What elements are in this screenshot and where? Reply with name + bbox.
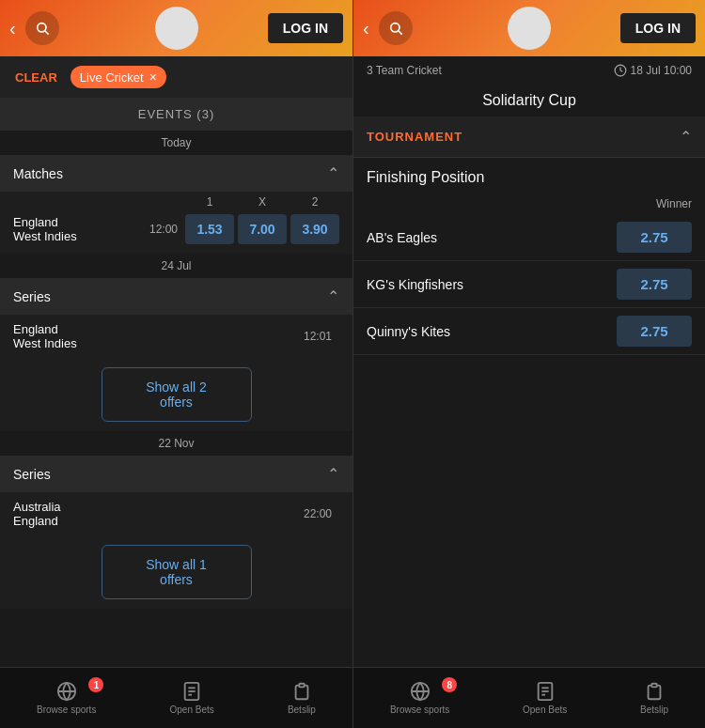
series-section-header-22nov[interactable]: Series ⌃ xyxy=(0,456,352,492)
right-browse-sports-label: Browse sports xyxy=(390,705,449,715)
section-24jul: 24 Jul Series ⌃ England West Indies 12:0… xyxy=(0,254,352,431)
right-header: ‹ LOG IN xyxy=(353,0,705,56)
svg-line-9 xyxy=(399,31,402,35)
filter-bar: CLEAR Live Cricket × xyxy=(0,56,352,98)
filter-tag-label: Live Cricket xyxy=(80,70,144,85)
section-22nov: 22 Nov Series ⌃ Australia England 22:00 … xyxy=(0,431,352,609)
team-name-eagles: AB's Eagles xyxy=(367,230,437,245)
right-login-button[interactable]: LOG IN xyxy=(620,13,696,43)
left-avatar xyxy=(155,7,198,50)
team-row-eagles: AB's Eagles 2.75 xyxy=(353,214,705,261)
match-time-22nov: 22:00 xyxy=(304,507,332,520)
left-bottom-nav: 1 Browse sports Open Bets Betslip xyxy=(0,667,352,728)
right-browse-sports-badge: 8 xyxy=(442,677,457,692)
open-bets-icon xyxy=(181,681,202,702)
team2-name: West Indies xyxy=(13,229,149,243)
event-date-label: 18 Jul 10:00 xyxy=(631,64,692,77)
right-open-bets-icon xyxy=(535,681,556,702)
left-nav-open-bets[interactable]: Open Bets xyxy=(170,681,214,715)
left-nav-browse-sports[interactable]: 1 Browse sports xyxy=(37,681,96,715)
section-title-series-24jul: Series xyxy=(13,289,51,304)
left-nav-betslip[interactable]: Betslip xyxy=(288,681,316,715)
clock-icon xyxy=(614,64,627,77)
event-title: Solidarity Cup xyxy=(353,85,705,116)
odds-label-x: X xyxy=(238,195,287,209)
teams-list: AB's Eagles 2.75 KG's Kingfishers 2.75 Q… xyxy=(353,214,705,355)
right-browse-sports-icon xyxy=(410,681,431,702)
series-section-header-24jul[interactable]: Series ⌃ xyxy=(0,278,352,315)
right-back-icon[interactable]: ‹ xyxy=(363,18,369,39)
winner-column-header: Winner xyxy=(353,194,705,214)
odd-2-button[interactable]: 3.90 xyxy=(290,214,339,244)
section-title-matches: Matches xyxy=(13,166,63,181)
right-bottom-nav: 8 Browse sports Open Bets Betslip xyxy=(353,667,705,728)
events-count-label: EVENTS (3) xyxy=(138,107,215,121)
date-separator-22nov: 22 Nov xyxy=(0,431,352,456)
finishing-position-title: Finishing Position xyxy=(353,158,705,194)
filter-close-icon[interactable]: × xyxy=(149,70,157,85)
betslip-icon xyxy=(291,681,312,702)
team-odd-eagles-button[interactable]: 2.75 xyxy=(617,222,692,253)
odds-header-row: 1 X 2 xyxy=(0,192,352,209)
show-all-1-offers-button[interactable]: Show all 1 offers xyxy=(102,545,252,599)
tournament-section-header[interactable]: TOURNAMENT ⌃ xyxy=(353,116,705,158)
browse-sports-label: Browse sports xyxy=(37,705,96,715)
live-cricket-filter: Live Cricket × xyxy=(70,66,166,88)
odd-1-button[interactable]: 1.53 xyxy=(185,214,234,244)
odd-x-button[interactable]: 7.00 xyxy=(238,214,287,244)
date-separator-today: Today xyxy=(0,131,352,155)
team2-name-24jul: West Indies xyxy=(13,336,304,350)
match-info-24jul: England West Indies xyxy=(13,322,304,350)
section-title-series-22nov: Series xyxy=(13,467,51,482)
team-row-kingfishers: KG's Kingfishers 2.75 xyxy=(353,261,705,308)
svg-point-0 xyxy=(37,23,45,32)
event-time: 18 Jul 10:00 xyxy=(614,64,692,77)
show-all-2-offers-button[interactable]: Show all 2 offers xyxy=(102,367,252,422)
match-time-24jul: 12:01 xyxy=(304,330,332,343)
svg-point-8 xyxy=(390,23,399,32)
odds-label-1: 1 xyxy=(185,195,234,209)
team-odd-kingfishers-button[interactable]: 2.75 xyxy=(617,269,692,300)
show-offers-22nov: Show all 1 offers xyxy=(0,535,352,609)
right-avatar xyxy=(508,7,551,50)
matches-chevron-icon: ⌃ xyxy=(327,164,339,182)
right-betslip-label: Betslip xyxy=(640,705,668,715)
match-info-22nov: Australia England xyxy=(13,500,304,528)
team-row-kites: Quinny's Kites 2.75 xyxy=(353,308,705,355)
right-betslip-icon xyxy=(644,681,665,702)
tournament-chevron-icon: ⌃ xyxy=(680,128,692,146)
team-name-kingfishers: KG's Kingfishers xyxy=(367,277,463,292)
team1-name-22nov: Australia xyxy=(13,500,304,514)
team-odd-kites-button[interactable]: 2.75 xyxy=(617,316,692,347)
show-offers-24jul: Show all 2 offers xyxy=(0,358,352,431)
date-separator-24jul: 24 Jul xyxy=(0,254,352,278)
team1-name: England xyxy=(13,215,149,229)
right-nav-open-bets[interactable]: Open Bets xyxy=(523,681,567,715)
right-search-icon[interactable] xyxy=(379,11,413,45)
right-nav-browse-sports[interactable]: 8 Browse sports xyxy=(390,681,449,715)
left-search-icon[interactable] xyxy=(25,11,59,45)
match-row-england-windies-24jul: England West Indies 12:01 xyxy=(0,315,352,358)
matches-section-header[interactable]: Matches ⌃ xyxy=(0,155,352,192)
right-nav-betslip[interactable]: Betslip xyxy=(640,681,668,715)
svg-rect-7 xyxy=(299,684,305,688)
left-panel: ‹ LOG IN CLEAR Live Cricket × EVENTS (3)… xyxy=(0,0,352,728)
left-header: ‹ LOG IN xyxy=(0,0,352,56)
match-row-aus-eng-22nov: Australia England 22:00 xyxy=(0,492,352,535)
series-chevron-22nov-icon: ⌃ xyxy=(327,465,339,483)
match-row-england-windies-today: England West Indies 12:00 1.53 7.00 3.90 xyxy=(0,209,352,254)
event-meta-row: 3 Team Cricket 18 Jul 10:00 xyxy=(353,56,705,85)
left-login-button[interactable]: LOG IN xyxy=(268,13,343,43)
match-info: England West Indies xyxy=(13,215,149,243)
match-time: 12:00 xyxy=(149,223,178,236)
team1-name-24jul: England xyxy=(13,322,304,336)
clear-button[interactable]: CLEAR xyxy=(9,67,63,88)
left-back-icon[interactable]: ‹ xyxy=(9,18,16,39)
svg-line-1 xyxy=(45,31,49,35)
odds-label-2: 2 xyxy=(290,195,339,209)
series-chevron-24jul-icon: ⌃ xyxy=(327,287,339,305)
browse-sports-icon xyxy=(56,681,77,702)
open-bets-label: Open Bets xyxy=(170,705,214,715)
betslip-label: Betslip xyxy=(288,705,316,715)
events-header: EVENTS (3) xyxy=(0,98,352,131)
